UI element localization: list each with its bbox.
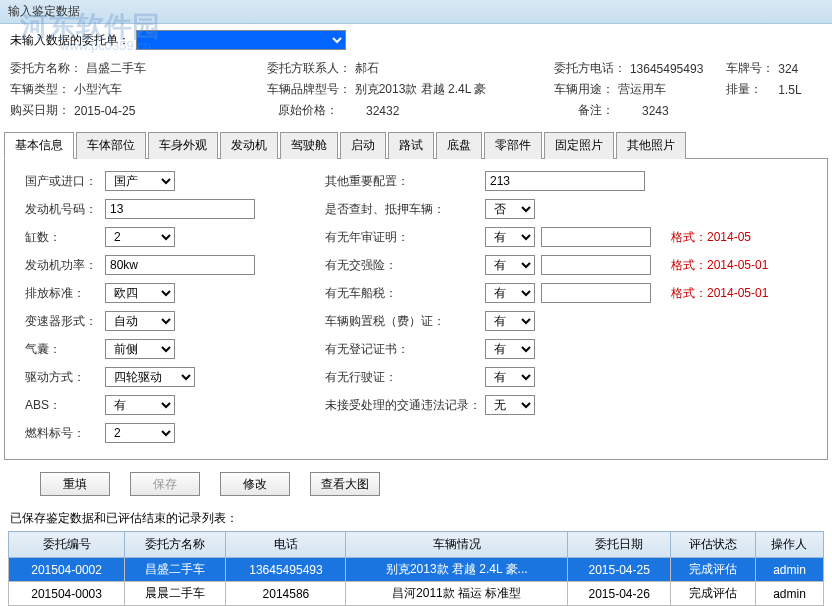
value-client-name: 昌盛二手车: [86, 60, 146, 77]
select-transmission[interactable]: 自动: [105, 311, 175, 331]
tab-6[interactable]: 路试: [388, 132, 434, 159]
label-plate: 车牌号：: [726, 60, 774, 77]
tab-5[interactable]: 启动: [340, 132, 386, 159]
modify-button[interactable]: 修改: [220, 472, 290, 496]
window-title: 输入鉴定数据: [0, 0, 832, 24]
select-airbag[interactable]: 前侧: [105, 339, 175, 359]
tab-8[interactable]: 零部件: [484, 132, 542, 159]
select-vehicle-tax[interactable]: 有: [485, 283, 535, 303]
table-header: 委托日期: [568, 532, 671, 558]
records-table: 委托编号委托方名称电话车辆情况委托日期评估状态操作人 201504-0002昌盛…: [8, 531, 824, 606]
select-origin[interactable]: 国产: [105, 171, 175, 191]
tab-1[interactable]: 车体部位: [76, 132, 146, 159]
label-client-name: 委托方名称：: [10, 60, 82, 77]
label-drive: 驱动方式：: [25, 369, 105, 386]
input-engine-no[interactable]: [105, 199, 255, 219]
table-cell: 昌河2011款 福运 标准型: [346, 582, 568, 606]
select-purchase-tax[interactable]: 有: [485, 311, 535, 331]
label-purchase-tax: 车辆购置税（费）证：: [325, 313, 485, 330]
table-cell: 2015-04-25: [568, 558, 671, 582]
tab-4[interactable]: 驾驶舱: [280, 132, 338, 159]
hint-insurance: 格式：2014-05-01: [671, 257, 768, 274]
value-disp: 1.5L: [778, 83, 801, 97]
select-annual-cert[interactable]: 有: [485, 227, 535, 247]
input-power[interactable]: [105, 255, 255, 275]
select-abs[interactable]: 有: [105, 395, 175, 415]
list-label: 已保存鉴定数据和已评估结束的记录列表：: [0, 504, 832, 531]
table-row[interactable]: 201504-0003晨晨二手车2014586昌河2011款 福运 标准型201…: [9, 582, 824, 606]
info-grid: 委托方名称：昌盛二手车 委托方联系人：郝石 委托方电话：13645495493 …: [0, 56, 832, 131]
value-vtype: 小型汽车: [74, 81, 122, 98]
label-origin: 国产或进口：: [25, 173, 105, 190]
label-price: 原始价格：: [278, 102, 362, 119]
label-usage: 车辆用途：: [554, 81, 614, 98]
label-vtype: 车辆类型：: [10, 81, 70, 98]
order-select[interactable]: [136, 30, 346, 50]
select-driving-license[interactable]: 有: [485, 367, 535, 387]
select-sealed[interactable]: 否: [485, 199, 535, 219]
label-transmission: 变速器形式：: [25, 313, 105, 330]
label-vehicle-tax: 有无车船税：: [325, 285, 485, 302]
table-cell: 完成评估: [671, 558, 756, 582]
reset-button[interactable]: 重填: [40, 472, 110, 496]
tab-content-basic: 国产或进口：国产 其他重要配置： 发动机号码： 是否查封、抵押车辆：否 缸数：2…: [4, 159, 828, 460]
label-cylinders: 缸数：: [25, 229, 105, 246]
select-violations[interactable]: 无: [485, 395, 535, 415]
tab-7[interactable]: 底盘: [436, 132, 482, 159]
label-violations: 未接受处理的交通违法记录：: [325, 397, 485, 414]
select-reg-cert[interactable]: 有: [485, 339, 535, 359]
tab-0[interactable]: 基本信息: [4, 132, 74, 159]
value-usage: 营运用车: [618, 81, 666, 98]
label-insurance: 有无交强险：: [325, 257, 485, 274]
label-driving-license: 有无行驶证：: [325, 369, 485, 386]
table-cell: 201504-0002: [9, 558, 125, 582]
label-reg-cert: 有无登记证书：: [325, 341, 485, 358]
save-button[interactable]: 保存: [130, 472, 200, 496]
value-plate: 324: [778, 62, 798, 76]
select-insurance[interactable]: 有: [485, 255, 535, 275]
label-engine-no: 发动机号码：: [25, 201, 105, 218]
label-abs: ABS：: [25, 397, 105, 414]
table-header: 电话: [226, 532, 346, 558]
label-airbag: 气囊：: [25, 341, 105, 358]
label-buy: 购买日期：: [10, 102, 70, 119]
select-drive[interactable]: 四轮驱动: [105, 367, 195, 387]
value-remark: 3243: [642, 104, 669, 118]
table-cell: 别克2013款 君越 2.4L 豪...: [346, 558, 568, 582]
input-insurance-date[interactable]: [541, 255, 651, 275]
label-annual-cert: 有无年审证明：: [325, 229, 485, 246]
value-price: 32432: [366, 104, 399, 118]
label-emission: 排放标准：: [25, 285, 105, 302]
value-phone: 13645495493: [630, 62, 703, 76]
label-model: 车辆品牌型号：: [267, 81, 351, 98]
tabs: 基本信息车体部位车身外观发动机驾驶舱启动路试底盘零部件固定照片其他照片: [4, 131, 828, 159]
tab-3[interactable]: 发动机: [220, 132, 278, 159]
table-cell: 晨晨二手车: [125, 582, 226, 606]
input-annual-cert-date[interactable]: [541, 227, 651, 247]
tab-2[interactable]: 车身外观: [148, 132, 218, 159]
select-cylinders[interactable]: 2: [105, 227, 175, 247]
input-other-config[interactable]: [485, 171, 645, 191]
input-vehicle-tax-date[interactable]: [541, 283, 651, 303]
value-buy: 2015-04-25: [74, 104, 135, 118]
tab-9[interactable]: 固定照片: [544, 132, 614, 159]
tab-10[interactable]: 其他照片: [616, 132, 686, 159]
select-emission[interactable]: 欧四: [105, 283, 175, 303]
table-header: 委托方名称: [125, 532, 226, 558]
view-image-button[interactable]: 查看大图: [310, 472, 380, 496]
top-label: 未输入数据的委托单：: [10, 32, 130, 49]
label-other-config: 其他重要配置：: [325, 173, 485, 190]
table-header: 操作人: [755, 532, 823, 558]
table-row[interactable]: 201504-0002昌盛二手车13645495493别克2013款 君越 2.…: [9, 558, 824, 582]
label-remark: 备注：: [578, 102, 638, 119]
select-fuel[interactable]: 2: [105, 423, 175, 443]
label-fuel: 燃料标号：: [25, 425, 105, 442]
label-sealed: 是否查封、抵押车辆：: [325, 201, 485, 218]
label-disp: 排量：: [726, 81, 774, 98]
table-cell: 完成评估: [671, 582, 756, 606]
table-header: 车辆情况: [346, 532, 568, 558]
value-model: 别克2013款 君越 2.4L 豪: [355, 81, 487, 98]
table-cell: 13645495493: [226, 558, 346, 582]
table-cell: 昌盛二手车: [125, 558, 226, 582]
table-cell: 2014586: [226, 582, 346, 606]
